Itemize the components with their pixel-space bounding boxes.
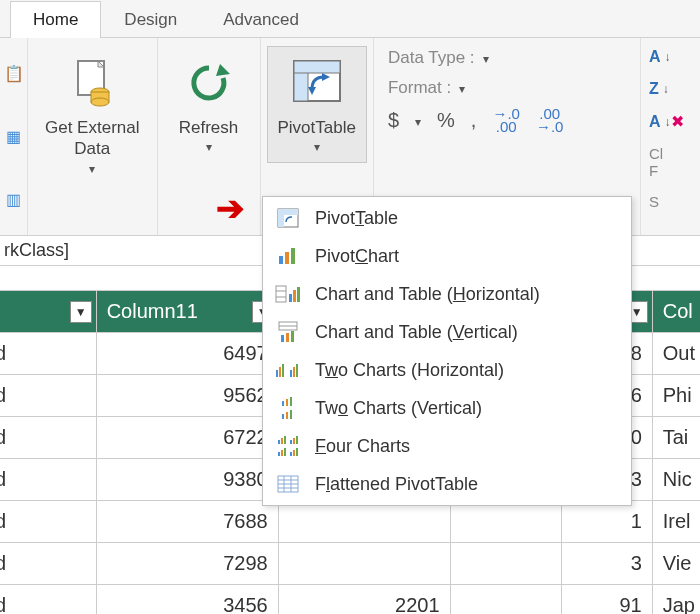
cell[interactable]: 3456 (96, 585, 278, 615)
ribbon-group-external-data: Get External Data ▾ (28, 38, 158, 235)
cell[interactable]: arried (0, 375, 96, 417)
dropdown-item-two-charts-v[interactable]: Two Charts (Vertical) (263, 389, 631, 427)
pivottable-label: PivotTable (278, 117, 356, 138)
chevron-down-icon[interactable]: ▾ (483, 52, 489, 66)
chevron-down-icon: ▾ (89, 162, 95, 176)
svg-rect-35 (286, 399, 288, 406)
dropdown-item-chart-table-h[interactable]: Chart and Table (Horizontal) (263, 275, 631, 313)
cell[interactable] (450, 585, 561, 615)
tab-design[interactable]: Design (101, 1, 200, 38)
svg-rect-44 (293, 438, 295, 444)
cell[interactable]: 6722 (96, 417, 278, 459)
dropdown-item-chart-table-v[interactable]: Chart and Table (Vertical) (263, 313, 631, 351)
cell[interactable]: 2201 (278, 585, 450, 615)
tab-home[interactable]: Home (10, 1, 101, 38)
svg-rect-45 (296, 436, 298, 444)
cell[interactable] (450, 543, 561, 585)
svg-rect-46 (278, 452, 280, 456)
dropdown-label: Two Charts (Vertical) (315, 398, 482, 419)
svg-rect-16 (291, 248, 295, 264)
cell[interactable]: arried (0, 459, 96, 501)
get-external-data-label: Get External Data (45, 117, 140, 160)
thousands-button[interactable]: , (471, 109, 477, 132)
pivottable-icon (292, 55, 342, 111)
svg-point-4 (91, 98, 109, 106)
percent-button[interactable]: % (437, 109, 455, 132)
flattened-pivottable-icon (275, 473, 301, 495)
ribbon-group-refresh: Refresh ▾ (158, 38, 261, 235)
column-header[interactable]: Col (652, 291, 700, 333)
svg-rect-50 (293, 450, 295, 456)
ribbon-tabs: Home Design Advanced (0, 0, 700, 38)
pivottable-button[interactable]: PivotTable ▾ (267, 46, 367, 163)
column-header[interactable]: mn8 ▼ (0, 291, 96, 333)
cell[interactable]: 6497 (96, 333, 278, 375)
get-external-data-button[interactable]: Get External Data ▾ (34, 46, 151, 185)
svg-rect-37 (282, 414, 284, 419)
dropdown-item-pivottable[interactable]: PivotTable (263, 199, 631, 237)
cell[interactable] (278, 501, 450, 543)
dropdown-item-four-charts[interactable]: Four Charts (263, 427, 631, 465)
cell[interactable]: arried (0, 501, 96, 543)
cell[interactable]: Phi (652, 375, 700, 417)
cell[interactable]: arried (0, 543, 96, 585)
cell[interactable]: arried (0, 585, 96, 615)
grid-icon[interactable]: ▦ (4, 127, 24, 147)
svg-rect-47 (281, 450, 283, 456)
svg-rect-15 (285, 252, 289, 264)
cell[interactable]: 7688 (96, 501, 278, 543)
cell[interactable]: Irel (652, 501, 700, 543)
cell[interactable]: Out (652, 333, 700, 375)
cell[interactable]: 3 (561, 543, 652, 585)
clear-sort-button[interactable]: A↓ ✖ (649, 112, 688, 131)
cell[interactable]: 7298 (96, 543, 278, 585)
cell[interactable]: 91 (561, 585, 652, 615)
ribbon-small-left: 📋 ▦ ▥ (0, 38, 28, 235)
svg-rect-39 (290, 410, 292, 419)
svg-rect-8 (294, 61, 340, 73)
cell[interactable]: 1 (561, 501, 652, 543)
table-row[interactable]: arried72983Vie (0, 543, 700, 585)
cell[interactable] (278, 543, 450, 585)
two-charts-v-icon (275, 397, 301, 419)
dropdown-item-pivotchart[interactable]: PivotChart (263, 237, 631, 275)
increase-decimal-button[interactable]: →.0.00 (492, 108, 520, 134)
chevron-down-icon: ▾ (314, 140, 320, 154)
dropdown-label: Flattened PivotTable (315, 474, 478, 495)
currency-button[interactable]: $ (388, 109, 399, 132)
column-header-label: Column11 (107, 300, 198, 322)
cell[interactable]: 9380 (96, 459, 278, 501)
sort-desc-button[interactable]: Z↓ (649, 80, 669, 98)
dropdown-label: Four Charts (315, 436, 410, 457)
tab-advanced[interactable]: Advanced (200, 1, 322, 38)
table-row[interactable]: arried76881Irel (0, 501, 700, 543)
cell[interactable]: Tai (652, 417, 700, 459)
cell[interactable]: 9562 (96, 375, 278, 417)
svg-rect-13 (278, 209, 298, 215)
svg-rect-49 (290, 452, 292, 456)
cell[interactable]: arried (0, 417, 96, 459)
refresh-button[interactable]: Refresh ▾ (164, 46, 254, 163)
table-row[interactable]: arried3456220191Jap (0, 585, 700, 615)
dropdown-item-two-charts-h[interactable]: Two Charts (Horizontal) (263, 351, 631, 389)
svg-rect-38 (286, 412, 288, 419)
svg-rect-30 (282, 364, 284, 377)
filter-icon[interactable]: ▼ (70, 301, 92, 323)
chevron-down-icon[interactable]: ▾ (459, 82, 465, 96)
cell[interactable]: arried (0, 333, 96, 375)
dropdown-item-flattened[interactable]: Flattened PivotTable (263, 465, 631, 503)
chevron-down-icon[interactable]: ▾ (415, 115, 421, 129)
paste-icon[interactable]: 📋 (4, 64, 24, 84)
sort-asc-button[interactable]: A↓ (649, 48, 671, 66)
column-header-label: Col (663, 300, 693, 322)
column-icon[interactable]: ▥ (4, 190, 24, 210)
decrease-decimal-button[interactable]: .00→.0 (536, 108, 564, 134)
svg-rect-36 (290, 397, 292, 406)
cell[interactable]: Vie (652, 543, 700, 585)
cell[interactable]: Jap (652, 585, 700, 615)
svg-rect-27 (291, 331, 294, 342)
column-header[interactable]: Column11 ▼ (96, 291, 278, 333)
cell[interactable] (450, 501, 561, 543)
chart-table-v-icon (275, 321, 301, 343)
cell[interactable]: Nic (652, 459, 700, 501)
